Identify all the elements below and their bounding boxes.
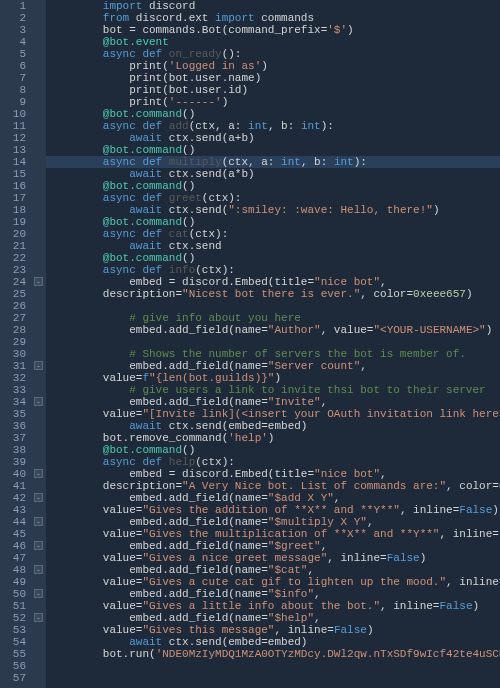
code-line[interactable]: embed = discord.Embed(title="nice bot", [50, 468, 500, 480]
code-line[interactable]: embed.add_field(name="$add X Y", [50, 492, 500, 504]
line-number: 44 [0, 516, 26, 528]
code-line[interactable]: embed.add_field(name="$cat", [50, 564, 500, 576]
line-number: 20 [0, 228, 26, 240]
fold-toggle-icon[interactable]: - [34, 397, 43, 406]
code-line[interactable]: embed.add_field(name="Author", value="<Y… [50, 324, 500, 336]
code-line[interactable]: # give info about you here [50, 312, 500, 324]
code-line[interactable] [50, 300, 500, 312]
code-line[interactable]: async def multiply(ctx, a: int, b: int): [50, 156, 500, 168]
code-line[interactable]: value="Gives a little info about the bot… [50, 600, 500, 612]
code-line[interactable]: async def help(ctx): [50, 456, 500, 468]
line-number: 47 [0, 552, 26, 564]
line-number: 33 [0, 384, 26, 396]
code-line[interactable] [50, 672, 500, 684]
code-line[interactable]: embed.add_field(name="$help", [50, 612, 500, 624]
code-line[interactable]: async def info(ctx): [50, 264, 500, 276]
line-number: 24 [0, 276, 26, 288]
fold-toggle-icon[interactable]: - [34, 361, 43, 370]
code-line[interactable]: value="Gives this message", inline=False… [50, 624, 500, 636]
line-number: 55 [0, 648, 26, 660]
code-line[interactable]: print('------') [50, 96, 500, 108]
line-number: 51 [0, 600, 26, 612]
code-line[interactable]: embed.add_field(name="$greet", [50, 540, 500, 552]
code-line[interactable]: await ctx.send(":smiley: :wave: Hello, t… [50, 204, 500, 216]
code-line[interactable]: from discord.ext import commands [50, 12, 500, 24]
fold-toggle-icon[interactable]: - [34, 565, 43, 574]
fold-toggle-icon[interactable]: - [34, 589, 43, 598]
line-number: 34 [0, 396, 26, 408]
code-line[interactable]: print(bot.user.name) [50, 72, 500, 84]
line-number: 13 [0, 144, 26, 156]
code-line[interactable]: @bot.command() [50, 180, 500, 192]
code-line[interactable]: # Shows the number of servers the bot is… [50, 348, 500, 360]
code-line[interactable]: value="[Invite link](<insert your OAuth … [50, 408, 500, 420]
line-number: 5 [0, 48, 26, 60]
line-number: 2 [0, 12, 26, 24]
code-editor[interactable]: import discord from discord.ext import c… [46, 0, 500, 688]
code-line[interactable]: @bot.event [50, 36, 500, 48]
line-number: 54 [0, 636, 26, 648]
fold-toggle-icon[interactable]: - [34, 541, 43, 550]
code-line[interactable]: embed = discord.Embed(title="nice bot", [50, 276, 500, 288]
code-line[interactable] [50, 336, 500, 348]
code-line[interactable]: @bot.command() [50, 144, 500, 156]
line-number: 41 [0, 480, 26, 492]
code-line[interactable]: @bot.command() [50, 108, 500, 120]
code-line[interactable]: embed.add_field(name="$info", [50, 588, 500, 600]
code-line[interactable]: embed.add_field(name="$multiply X Y", [50, 516, 500, 528]
code-line[interactable]: description="A Very Nice bot. List of co… [50, 480, 500, 492]
fold-toggle-icon[interactable]: - [34, 517, 43, 526]
code-line[interactable]: import discord [50, 0, 500, 12]
code-line[interactable]: value="Gives a cute cat gif to lighten u… [50, 576, 500, 588]
code-line[interactable]: value="Gives a nice greet message", inli… [50, 552, 500, 564]
code-line[interactable] [50, 660, 500, 672]
code-line[interactable]: await ctx.send [50, 240, 500, 252]
line-number: 7 [0, 72, 26, 84]
line-number: 39 [0, 456, 26, 468]
line-number: 48 [0, 564, 26, 576]
code-line[interactable]: value="Gives the multiplication of **X**… [50, 528, 500, 540]
line-number: 3 [0, 24, 26, 36]
line-number: 56 [0, 660, 26, 672]
line-number: 37 [0, 432, 26, 444]
fold-toggle-icon[interactable]: - [34, 613, 43, 622]
line-number: 46 [0, 540, 26, 552]
code-line[interactable]: embed.add_field(name="Invite", [50, 396, 500, 408]
line-number: 38 [0, 444, 26, 456]
code-line[interactable]: value=f"{len(bot.guilds)}") [50, 372, 500, 384]
code-line[interactable]: @bot.command() [50, 252, 500, 264]
line-number: 53 [0, 624, 26, 636]
line-number: 1 [0, 0, 26, 12]
line-number: 16 [0, 180, 26, 192]
line-number: 50 [0, 588, 26, 600]
line-number: 14 [0, 156, 26, 168]
line-number: 12 [0, 132, 26, 144]
code-line[interactable]: bot.remove_command('help') [50, 432, 500, 444]
fold-toggle-icon[interactable]: - [34, 493, 43, 502]
code-line[interactable]: bot.run('NDE0MzIyMDQ1MzA0OTYzMDcy.DWl2qw… [50, 648, 500, 660]
code-line[interactable]: await ctx.send(a*b) [50, 168, 500, 180]
line-number: 28 [0, 324, 26, 336]
code-line[interactable]: embed.add_field(name="Server count", [50, 360, 500, 372]
code-line[interactable]: await ctx.send(a+b) [50, 132, 500, 144]
code-line[interactable]: print('Logged in as') [50, 60, 500, 72]
code-line[interactable]: async def greet(ctx): [50, 192, 500, 204]
code-line[interactable]: print(bot.user.id) [50, 84, 500, 96]
code-line[interactable]: await ctx.send(embed=embed) [50, 636, 500, 648]
code-line[interactable]: @bot.command() [50, 444, 500, 456]
code-line[interactable]: async def add(ctx, a: int, b: int): [50, 120, 500, 132]
code-line[interactable]: description="Nicest bot there is ever.",… [50, 288, 500, 300]
code-line[interactable]: async def cat(ctx): [50, 228, 500, 240]
code-line[interactable]: await ctx.send(embed=embed) [50, 420, 500, 432]
code-line[interactable]: # give users a link to invite thsi bot t… [50, 384, 500, 396]
code-line[interactable]: @bot.command() [50, 216, 500, 228]
line-number: 10 [0, 108, 26, 120]
code-line[interactable]: async def on_ready(): [50, 48, 500, 60]
fold-toggle-icon[interactable]: - [34, 277, 43, 286]
line-number: 35 [0, 408, 26, 420]
code-line[interactable]: bot = commands.Bot(command_prefix='$') [50, 24, 500, 36]
fold-toggle-icon[interactable]: - [34, 469, 43, 478]
line-number: 6 [0, 60, 26, 72]
line-number: 11 [0, 120, 26, 132]
code-line[interactable]: value="Gives the addition of **X** and *… [50, 504, 500, 516]
